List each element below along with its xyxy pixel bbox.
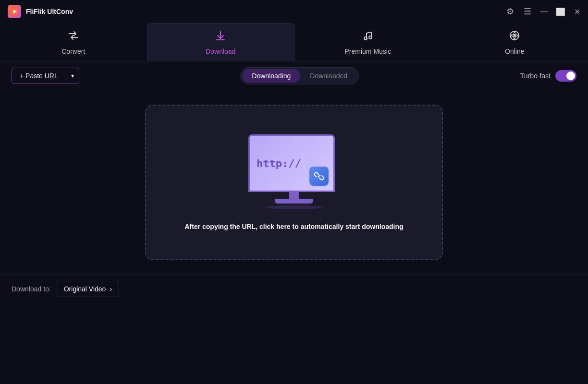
tab-switcher: Downloading Downloaded [240,67,359,84]
download-location-text: Original Video [64,285,106,293]
paste-url-button[interactable]: + Paste URL [12,68,66,84]
turbo-fast-section: Turbo-fast [520,70,576,82]
tab-premium-music[interactable]: Premium Music [294,23,441,61]
convert-icon [67,29,80,45]
svg-point-2 [364,37,367,40]
tab-download[interactable]: Download [147,23,295,61]
settings-icon[interactable]: ⚙ [506,7,514,16]
tab-convert-label: Convert [61,48,85,55]
chevron-right-icon: › [110,285,112,293]
close-button[interactable]: ✕ [574,8,580,15]
downloading-tab-button[interactable]: Downloading [242,69,300,83]
monitor-neck [289,192,299,199]
turbo-fast-toggle[interactable] [555,70,576,82]
tab-convert[interactable]: Convert [0,23,147,61]
bottombar: Download to: Original Video › [0,275,588,302]
app-logo [8,5,21,18]
monitor-shadow [265,205,323,209]
paste-dropdown-button[interactable]: ▾ [66,69,79,83]
drop-zone[interactable]: http:// After copying the URL, click her… [145,105,443,260]
tab-online[interactable]: Online [441,23,588,61]
app-title: FliFlik UltConv [26,8,73,15]
downloaded-tab-button[interactable]: Downloaded [300,69,357,83]
link-badge [309,167,329,186]
maximize-button[interactable]: ⬜ [557,8,564,15]
titlebar-controls: ⚙ ☰ — ⬜ ✕ [506,7,580,16]
menu-icon[interactable]: ☰ [524,7,531,16]
main-content: http:// After copying the URL, click her… [0,90,588,275]
music-icon [362,29,374,45]
monitor-illustration: http:// [248,134,340,211]
svg-point-5 [514,35,515,36]
monitor-base [275,199,313,204]
svg-point-3 [369,36,372,39]
http-text: http:// [257,157,301,169]
tab-online-label: Online [505,48,524,55]
download-icon [214,29,227,45]
download-location-button[interactable]: Original Video › [57,281,119,297]
minimize-button[interactable]: — [541,8,548,15]
drop-zone-text: After copying the URL, click here to aut… [184,223,403,230]
online-icon [508,29,521,45]
titlebar: FliFlik UltConv ⚙ ☰ — ⬜ ✕ [0,0,588,23]
download-to-label: Download to: [12,285,51,293]
paste-url-group: + Paste URL ▾ [12,68,79,84]
tabbar: Convert Download Premium Music [0,23,588,61]
turbo-fast-label: Turbo-fast [520,72,551,80]
tab-premium-music-label: Premium Music [345,48,391,55]
toolbar: + Paste URL ▾ Downloading Downloaded Tur… [0,61,588,90]
titlebar-left: FliFlik UltConv [8,5,73,18]
monitor-screen: http:// [248,134,335,192]
tab-download-label: Download [206,48,235,55]
